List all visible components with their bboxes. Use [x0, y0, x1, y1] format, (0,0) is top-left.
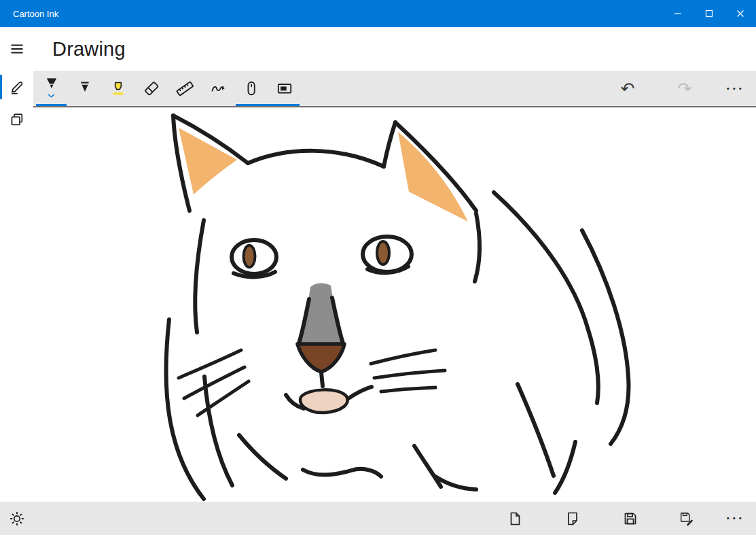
left-pupil [244, 245, 255, 267]
left-sidebar [0, 71, 33, 502]
drawing-canvas[interactable] [33, 107, 756, 502]
main-area: ↶ ↷ ••• [0, 71, 756, 502]
new-page-button[interactable] [500, 502, 530, 535]
canvas-icon [276, 80, 293, 97]
save-as-button[interactable] [672, 502, 702, 535]
titlebar: Cartoon Ink [0, 0, 756, 27]
redo-button[interactable]: ↷ [668, 71, 701, 106]
ink-toolbar: ↶ ↷ ••• [33, 71, 756, 107]
tool-pencil[interactable] [68, 71, 101, 106]
pencil-icon [76, 80, 94, 97]
tool-highlighter[interactable] [101, 71, 134, 106]
undo-icon: ↶ [621, 79, 635, 99]
chevron-down-icon [48, 94, 55, 98]
right-pupil [377, 241, 389, 264]
menu-button[interactable] [0, 33, 33, 65]
open-page-icon [564, 511, 581, 527]
cat-outline-strokes [166, 116, 628, 499]
open-page-button[interactable] [558, 502, 588, 535]
undo-button[interactable]: ↶ [611, 71, 644, 106]
left-ear-fill [179, 128, 237, 194]
tool-mouse-input[interactable] [234, 71, 268, 106]
new-page-icon [507, 511, 523, 527]
tool-ruler[interactable] [168, 71, 201, 106]
save-button[interactable] [615, 502, 645, 535]
tool-lasso[interactable] [201, 71, 234, 106]
toolbar-more-button[interactable]: ••• [720, 71, 750, 106]
page-title: Drawing [52, 38, 126, 61]
close-icon [736, 10, 744, 18]
file-actions-group: ••• [500, 502, 756, 535]
hamburger-icon [9, 41, 25, 57]
save-icon [622, 511, 638, 527]
cat-sketch [33, 107, 756, 502]
settings-button[interactable] [0, 502, 33, 535]
toolbar-right-group: ↶ ↷ ••• [611, 71, 756, 106]
ruler-icon [176, 80, 194, 97]
mouse-icon [242, 80, 260, 97]
close-button[interactable] [725, 0, 756, 27]
more-icon: ••• [726, 84, 744, 93]
maximize-icon [705, 10, 713, 18]
content-column: ↶ ↷ ••• [33, 71, 756, 502]
sidebar-item-pen[interactable] [0, 71, 33, 103]
redo-icon: ↷ [678, 79, 692, 99]
ballpoint-pen-icon [43, 75, 60, 93]
muzzle [300, 390, 347, 413]
eraser-icon [143, 80, 160, 97]
more-icon: ••• [726, 514, 744, 523]
right-ear-fill [398, 132, 468, 222]
window-title: Cartoon Ink [0, 9, 58, 19]
bottombar-more-button[interactable]: ••• [720, 502, 750, 535]
tool-eraser[interactable] [134, 71, 168, 106]
pen-panel-icon [9, 79, 25, 95]
save-as-icon [679, 511, 695, 527]
gear-icon [9, 511, 25, 527]
input-mode-group [234, 71, 301, 106]
maximize-button[interactable] [694, 0, 725, 27]
window-controls [662, 0, 756, 27]
highlighter-icon [109, 80, 127, 97]
lasso-icon [209, 80, 227, 97]
app-header: Drawing [0, 27, 756, 71]
minimize-icon [674, 10, 682, 18]
nose [298, 344, 344, 372]
tool-ballpoint-pen[interactable] [35, 71, 68, 106]
bottom-command-bar: ••• [0, 502, 756, 535]
sidebar-item-layers[interactable] [0, 103, 33, 136]
layers-panel-icon [9, 111, 25, 128]
selection-indicator [0, 75, 2, 99]
minimize-button[interactable] [662, 0, 694, 27]
tool-canvas-mode[interactable] [268, 71, 301, 106]
